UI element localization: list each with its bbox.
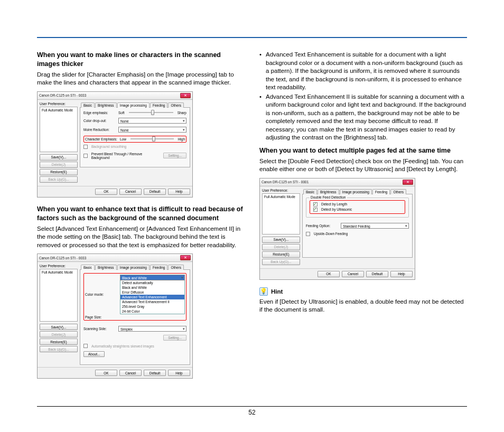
ok-button[interactable]: OK	[95, 189, 117, 195]
close-icon[interactable]: ✕	[180, 93, 191, 98]
mode-listbox[interactable]: Full Automatic Mode	[40, 107, 78, 152]
feeding-option-select[interactable]: Standard Feeding	[341, 223, 409, 229]
scanning-side-label: Scanning Side:	[83, 327, 116, 331]
tab-image-processing[interactable]: Image processing	[340, 189, 372, 194]
tab-feeding[interactable]: Feeding	[150, 102, 168, 108]
tab-basic[interactable]: Basic	[303, 189, 317, 194]
bottom-rule	[37, 406, 467, 407]
edge-slider[interactable]	[129, 112, 173, 113]
prevent-bleed-checkbox[interactable]	[83, 154, 88, 158]
page-number: 52	[0, 409, 504, 416]
feeding-option-label: Feeding Option:	[306, 224, 339, 228]
close-icon[interactable]: ✕	[403, 180, 413, 185]
para-double-feed: Select the [Double Feed Detection] check…	[259, 157, 467, 174]
moire-label: Moire Reduction:	[83, 128, 116, 132]
tab-brightness[interactable]: Brightness	[318, 189, 339, 194]
help-button[interactable]: Help	[390, 271, 413, 277]
low-label: Low	[120, 137, 126, 141]
character-emphasis-highlight: Character Emphasis: Low High	[83, 136, 186, 143]
default-button[interactable]: Default	[144, 370, 166, 376]
auto-straighten-checkbox[interactable]	[83, 344, 88, 348]
mode-listbox[interactable]: Full Automatic Mode	[40, 269, 78, 322]
setting-button[interactable]: Setting...	[163, 335, 186, 341]
tab-feeding[interactable]: Feeding	[372, 189, 390, 194]
top-rule	[37, 37, 467, 38]
scanning-side-select[interactable]: Simplex	[118, 326, 186, 332]
double-feed-group-title: Double Feed Detection	[310, 195, 347, 199]
high-label: High	[178, 137, 185, 141]
bg-smoothing-checkbox[interactable]	[83, 145, 88, 149]
color-dropout-label: Color drop-out:	[83, 119, 116, 123]
upside-down-checkbox[interactable]	[306, 232, 310, 236]
save-button[interactable]: Save(V)...	[262, 237, 300, 243]
left-column: When you want to make lines or character…	[37, 51, 245, 395]
auto-straighten-label: Automatically straightens skewed images	[91, 344, 154, 348]
user-pref-label: User Preference:	[262, 189, 300, 192]
sharp-label: Sharp	[178, 111, 186, 115]
para-enhance-text: Select [Advanced Text Enhancement] or [A…	[37, 225, 245, 250]
help-button[interactable]: Help	[168, 370, 190, 376]
color-mode-select[interactable]: Black and White	[120, 275, 185, 280]
dialog-titlebar: Canon DR-C125 on STI - 0001 ✕	[260, 179, 415, 186]
dialog-title-text: Canon DR-C125 on STI - 0033	[39, 93, 86, 97]
tabs: Basic Brightness Image processing Feedin…	[302, 189, 413, 194]
backup-button[interactable]: Back Up(G)...	[40, 346, 78, 352]
cancel-button[interactable]: Cancel	[119, 370, 142, 376]
backup-button[interactable]: Back Up(G)...	[40, 176, 78, 183]
tab-basic[interactable]: Basic	[81, 265, 95, 270]
right-column: Advanced Text Enhancement is suitable fo…	[259, 51, 467, 395]
close-icon[interactable]: ✕	[180, 255, 191, 260]
delete-button[interactable]: Delete(J)	[40, 331, 78, 337]
ok-button[interactable]: OK	[95, 370, 117, 376]
hint-lightbulb-icon: 💡	[259, 287, 268, 296]
restore-button[interactable]: Restore(E)	[40, 169, 78, 175]
dialog-basic-tab: Canon DR-C125 on STI - 0033 ✕ User Prefe…	[37, 253, 193, 379]
restore-button[interactable]: Restore(E)	[262, 251, 300, 258]
dialog-image-processing: Canon DR-C125 on STI - 0033 ✕ User Prefe…	[37, 91, 193, 198]
backup-button[interactable]: Back Up(G)...	[262, 259, 300, 265]
tab-brightness[interactable]: Brightness	[95, 102, 117, 108]
tab-basic[interactable]: Basic	[81, 102, 95, 108]
tabs: Basic Brightness Image processing Feedin…	[80, 264, 190, 270]
cancel-button[interactable]: Cancel	[119, 189, 142, 195]
user-pref-label: User Preference:	[40, 102, 78, 106]
detect-ultrasonic-label: Detect by Ultrasonic	[321, 208, 352, 211]
double-feed-highlight: Detect by Length Detect by Ultrasonic	[310, 200, 405, 214]
tab-brightness[interactable]: Brightness	[95, 265, 117, 270]
dialog-title-text: Canon DR-C125 on STI - 0033	[39, 256, 86, 260]
delete-button[interactable]: Delete(J)	[262, 244, 300, 250]
color-mode-label: Color mode:	[85, 293, 118, 296]
mode-listbox[interactable]: Full Automatic Mode	[262, 193, 300, 234]
detect-length-checkbox[interactable]	[313, 202, 318, 206]
tab-others[interactable]: Others	[390, 189, 406, 194]
moire-select[interactable]: None	[118, 127, 186, 133]
tab-image-processing[interactable]: Image processing	[117, 265, 150, 270]
color-mode-dropdown-list[interactable]: Detect automatically Black and White Err…	[120, 280, 185, 314]
save-button[interactable]: Save(V)...	[40, 324, 78, 330]
help-button[interactable]: Help	[168, 189, 190, 195]
prevent-bleed-label: Prevent Bleed Through / Remove Backgroun…	[91, 152, 160, 159]
detect-ultrasonic-checkbox[interactable]	[313, 208, 318, 212]
delete-button[interactable]: Delete(J)	[40, 162, 78, 168]
para-thicker-lines: Drag the slider for [Character Emphasis]…	[37, 71, 245, 87]
tab-image-processing[interactable]: Image processing	[117, 102, 150, 108]
dialog-titlebar: Canon DR-C125 on STI - 0033 ✕	[38, 92, 192, 100]
dialog-titlebar: Canon DR-C125 on STI - 0033 ✕	[38, 254, 192, 262]
tab-feeding[interactable]: Feeding	[150, 265, 168, 270]
cancel-button[interactable]: Cancel	[342, 271, 364, 277]
hint-text: Even if [Detect by Ultrasonic] is enable…	[259, 298, 467, 314]
char-emphasis-slider[interactable]	[130, 138, 174, 139]
char-emphasis-label: Character Emphasis:	[85, 137, 118, 141]
color-dropout-select[interactable]: None	[118, 118, 186, 124]
ok-button[interactable]: OK	[318, 271, 340, 277]
save-button[interactable]: Save(V)...	[40, 154, 78, 161]
tab-others[interactable]: Others	[168, 102, 184, 108]
double-feed-group: Double Feed Detection Detect by Length D…	[306, 198, 409, 218]
tab-others[interactable]: Others	[168, 265, 184, 270]
default-button[interactable]: Default	[144, 189, 166, 195]
restore-button[interactable]: Restore(E)	[40, 339, 78, 345]
setting-button[interactable]: Setting...	[163, 153, 186, 158]
about-button[interactable]: About...	[83, 351, 105, 357]
default-button[interactable]: Default	[366, 271, 388, 277]
heading-double-feed: When you want to detect multiple pages f…	[259, 146, 467, 155]
